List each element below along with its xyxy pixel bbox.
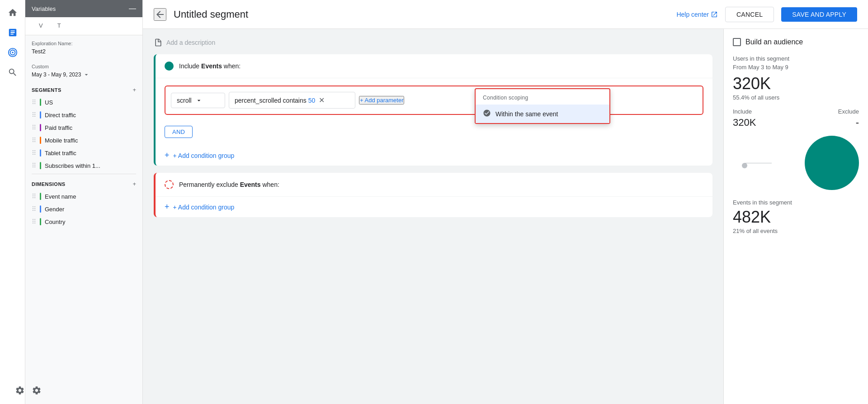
segment-bar — [40, 111, 41, 119]
event-filter-select[interactable]: scroll — [171, 93, 225, 108]
tab-settings[interactable]: T — [50, 19, 68, 33]
filter-condition-box[interactable]: percent_scrolled contains 50 ✕ — [229, 92, 355, 109]
segments-list: ⠿ US ⠿ Direct traffic ⠿ Paid traffic ⠿ M… — [25, 96, 142, 172]
segment-bar — [40, 99, 41, 106]
date-section: Custom May 3 - May 9, 2023 — [25, 58, 142, 82]
exploration-value: Test2 — [32, 48, 136, 55]
segment-item-tablet[interactable]: ⠿ Tablet traffic — [25, 147, 142, 159]
date-value: May 3 - May 9, 2023 — [32, 71, 81, 78]
filter-row-highlighted: scroll percent_scrolled contains 50 ✕ + … — [165, 86, 703, 115]
segment-editor: Add a description Include Events when: — [143, 29, 723, 404]
condition-scoping-popup: Condition scoping Within the same event — [475, 88, 610, 124]
exclude-condition-group: Permanently exclude Events when: + + Add… — [154, 173, 712, 217]
segments-title: SEGMENTS — [32, 87, 61, 93]
include-header: Include Events when: — [156, 54, 712, 78]
nav-search-icon[interactable] — [4, 63, 22, 81]
segment-body: Add a description Include Events when: — [143, 29, 868, 404]
events-pct: 21% of all events — [733, 228, 859, 234]
segment-item-mobile[interactable]: ⠿ Mobile traffic — [25, 134, 142, 147]
drag-handle-icon: ⠿ — [32, 218, 36, 225]
condition-scoping-option-label: Within the same event — [495, 110, 558, 118]
add-condition-group-2-button[interactable]: + + Add condition group — [156, 197, 712, 217]
nav-analytics-icon[interactable] — [4, 24, 22, 42]
cancel-button[interactable]: CANCEL — [725, 7, 774, 22]
left-nav — [0, 0, 25, 404]
nav-target-icon[interactable] — [4, 43, 22, 62]
add-parameter-button[interactable]: + Add parameter — [359, 96, 404, 105]
segment-item-paid[interactable]: ⠿ Paid traffic — [25, 121, 142, 134]
date-selector[interactable]: May 3 - May 9, 2023 — [32, 71, 136, 78]
segment-label: Direct traffic — [45, 112, 76, 119]
segment-item-subscribes[interactable]: ⠿ Subscribes within 1... — [25, 159, 142, 172]
chart-line — [745, 163, 772, 163]
segments-add-icon[interactable]: + — [132, 86, 136, 93]
exclude-value: - — [856, 117, 859, 128]
exclude-dot — [165, 180, 174, 189]
back-button[interactable] — [154, 8, 166, 21]
include-prefix: Include — [179, 62, 199, 70]
segment-label: Mobile traffic — [45, 137, 78, 144]
add-condition-group-1-label: + Add condition group — [173, 152, 235, 159]
drag-handle-icon: ⠿ — [32, 124, 36, 131]
condition-scoping-option[interactable]: Within the same event — [476, 105, 609, 123]
variables-minimize-icon[interactable]: — — [129, 5, 136, 13]
drag-handle-icon: ⠿ — [32, 137, 36, 144]
and-button[interactable]: AND — [165, 126, 193, 138]
include-value: 320K — [733, 117, 756, 128]
chart-dot — [742, 163, 747, 168]
drag-handle-icon: ⠿ — [32, 149, 36, 157]
dimension-bar — [40, 218, 41, 225]
description-placeholder[interactable]: Add a description — [166, 39, 215, 46]
chart-area — [733, 136, 859, 190]
dimension-bar — [40, 193, 41, 200]
dim-item-event-name[interactable]: ⠿ Event name — [25, 190, 142, 203]
dim-item-country[interactable]: ⠿ Country — [25, 215, 142, 228]
variables-panel-header: Variables — — [25, 0, 142, 17]
settings-gear-icon[interactable] — [32, 385, 42, 395]
events-in-segment-label: Events in this segment — [733, 199, 859, 206]
build-audience-checkbox[interactable] — [733, 38, 741, 46]
dimension-label: Event name — [45, 193, 76, 200]
segments-header: SEGMENTS + — [25, 82, 142, 96]
nav-home-icon[interactable] — [4, 4, 22, 22]
help-center-label: Help center — [676, 11, 709, 18]
dimensions-title: DIMENSIONS — [32, 181, 66, 187]
dimension-label: Country — [45, 219, 66, 225]
dimension-bar — [40, 205, 41, 213]
include-content: scroll percent_scrolled contains 50 ✕ + … — [156, 78, 712, 145]
dimensions-add-icon[interactable]: + — [132, 181, 136, 187]
segment-label: Paid traffic — [45, 124, 72, 131]
segment-item-us[interactable]: ⠿ US — [25, 96, 142, 109]
segment-label: US — [45, 99, 53, 106]
drag-handle-icon: ⠿ — [32, 162, 36, 169]
description-icon — [154, 38, 163, 47]
events-count: 482K — [733, 208, 859, 227]
exclude-header: Permanently exclude Events when: — [156, 173, 712, 197]
settings-icon[interactable] — [15, 385, 25, 397]
dim-item-gender[interactable]: ⠿ Gender — [25, 203, 142, 215]
segment-bar — [40, 149, 41, 157]
exclude-label: Exclude — [838, 108, 859, 115]
segment-bar — [40, 124, 41, 131]
segment-label: Subscribes within 1... — [45, 162, 100, 169]
tab-variables[interactable]: V — [32, 19, 50, 33]
variables-title: Variables — [32, 5, 56, 12]
users-date-range: From May 3 to May 9 — [733, 64, 859, 71]
drag-handle-icon: ⠿ — [32, 111, 36, 119]
segment-label: Tablet traffic — [45, 150, 76, 157]
include-suffix: when: — [224, 62, 241, 70]
dimension-label: Gender — [45, 206, 64, 213]
segment-item-direct[interactable]: ⠿ Direct traffic — [25, 109, 142, 121]
inc-exc-values: 320K - — [733, 117, 859, 128]
help-center-link[interactable]: Help center — [676, 11, 718, 18]
drag-handle-icon: ⠿ — [32, 193, 36, 200]
variables-panel: Variables — V T Exploration Name: Test2 … — [25, 0, 143, 404]
svg-point-2 — [12, 52, 14, 53]
include-dot — [165, 62, 174, 71]
add-condition-group-1-button[interactable]: + + Add condition group — [156, 145, 712, 166]
condition-scoping-title: Condition scoping — [476, 89, 609, 105]
remove-filter-icon[interactable]: ✕ — [319, 96, 325, 105]
include-title: Include Events when: — [179, 62, 241, 70]
save-and-apply-button[interactable]: SAVE AND APPLY — [781, 7, 857, 22]
exclude-prefix: Permanently exclude — [179, 181, 238, 188]
